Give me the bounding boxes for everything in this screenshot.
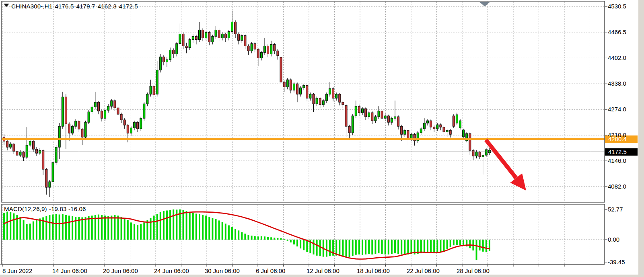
candle — [260, 52, 262, 58]
price-axis-label: 4466.5 — [608, 29, 626, 36]
ohlc-close: 4172.5 — [119, 3, 138, 10]
candle — [55, 147, 57, 162]
horizontal-level-line[interactable] — [2, 138, 605, 140]
candle — [189, 39, 191, 47]
macd-axis-label: 0.00 — [608, 236, 619, 243]
candle — [114, 101, 116, 108]
candle — [36, 149, 38, 153]
candle — [58, 126, 60, 147]
candle — [274, 44, 276, 51]
candle — [202, 30, 204, 38]
price-axis-label: 4338.0 — [608, 80, 626, 87]
candles-layer — [3, 10, 491, 197]
price-axis-label: 4274.0 — [608, 106, 626, 113]
candle — [169, 50, 171, 60]
candle — [42, 150, 44, 169]
scroll-marker-icon[interactable] — [479, 2, 490, 6]
candle — [153, 86, 155, 95]
candle — [339, 94, 341, 102]
candle — [244, 35, 246, 46]
candle — [127, 125, 129, 133]
candle — [270, 44, 272, 54]
candle — [146, 94, 148, 104]
candle — [436, 125, 438, 129]
candle — [215, 30, 217, 36]
candle — [19, 152, 21, 155]
symbol-period-label: CHINA300-,H1 — [11, 3, 52, 10]
candle — [218, 30, 220, 38]
candle — [456, 115, 458, 123]
candle — [13, 144, 15, 151]
candle — [371, 113, 373, 121]
candle — [293, 84, 295, 90]
candle — [407, 130, 409, 138]
chart-title: CHINA300-,H14176.54179.74162.34172.5 — [11, 3, 140, 10]
candle — [430, 121, 432, 127]
macd-name: MACD(12,26,9) — [4, 205, 47, 212]
candle — [404, 130, 406, 134]
candle — [342, 102, 344, 105]
candle — [199, 30, 201, 39]
candle — [241, 35, 243, 40]
candle — [368, 113, 370, 117]
candle — [325, 94, 327, 101]
candle — [472, 150, 474, 156]
candle — [23, 152, 25, 157]
candle — [365, 109, 367, 117]
candle — [254, 43, 256, 49]
candle — [469, 133, 471, 150]
candle — [179, 34, 181, 43]
macd-signal-line — [4, 212, 490, 259]
candle — [173, 50, 175, 54]
price-axis-label: 4210.0 — [608, 131, 626, 139]
candle — [345, 105, 347, 126]
candle — [26, 145, 28, 157]
candle — [329, 88, 331, 94]
candle — [479, 152, 481, 157]
candle — [120, 114, 122, 120]
candle — [78, 121, 80, 129]
chart-window: CHINA300-,H14176.54179.74162.34172.5 MAC… — [0, 0, 644, 277]
candle — [362, 109, 364, 113]
candle — [335, 94, 337, 98]
candle — [283, 82, 285, 87]
chart-surface[interactable] — [0, 0, 644, 277]
candle — [75, 121, 77, 126]
macd-values: -19.83 -16.06 — [49, 205, 86, 212]
candle — [290, 80, 292, 90]
current-price-tag: 4172.5 — [605, 148, 638, 156]
macd-axis-label: -39.45 — [608, 259, 625, 266]
candle — [111, 101, 113, 106]
candle — [427, 121, 429, 123]
time-axis-label: 22 Jul 06:00 — [407, 267, 440, 274]
candle — [309, 94, 311, 98]
candle — [231, 22, 233, 31]
candle — [300, 88, 302, 94]
candle — [420, 129, 422, 133]
candle — [143, 104, 145, 118]
candle — [101, 111, 103, 118]
price-axis-label: 4146.0 — [608, 157, 626, 164]
candle — [107, 106, 109, 110]
candle — [277, 51, 279, 55]
trend-arrow — [486, 140, 526, 191]
candle — [49, 182, 51, 187]
candle — [358, 106, 360, 113]
candle — [348, 126, 350, 133]
candle — [221, 34, 223, 38]
price-axis-label: 4082.0 — [608, 183, 626, 190]
candle — [84, 122, 86, 137]
price-axis-label: 4402.0 — [608, 54, 626, 62]
candle — [316, 98, 318, 104]
candle — [374, 117, 377, 121]
candle — [235, 22, 237, 34]
candle — [440, 125, 442, 127]
candle — [394, 117, 396, 118]
time-axis-label: 30 Jun 06:00 — [205, 267, 240, 274]
candle — [488, 150, 490, 153]
candle — [332, 88, 334, 98]
candle — [306, 85, 308, 98]
candle — [123, 120, 126, 125]
time-axis-label: 28 Jul 06:00 — [457, 267, 490, 274]
candle — [81, 129, 83, 137]
